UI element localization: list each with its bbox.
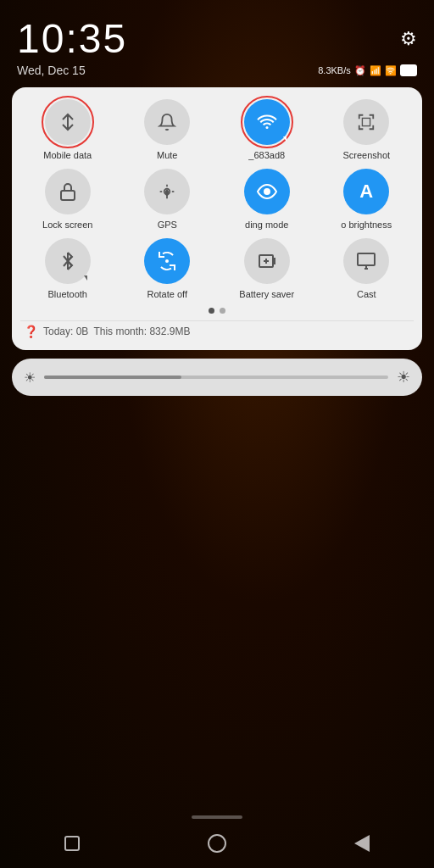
reading-mode-label: ding mode xyxy=(245,220,288,230)
mobile-data-circle[interactable] xyxy=(45,99,91,145)
wifi-status-icon: 🛜 xyxy=(385,65,397,76)
data-month: This month: 832.9MB xyxy=(93,326,190,337)
status-icons: 8.3KB/s ⏰ 📶 🛜 52 xyxy=(318,64,417,76)
cast-circle[interactable] xyxy=(343,238,389,284)
lock-screen-circle[interactable] xyxy=(45,169,91,214)
network-speed: 8.3KB/s xyxy=(318,65,351,75)
data-usage-bar: ❓ Today: 0B This month: 832.9MB xyxy=(20,320,414,338)
bottom-navigation xyxy=(0,824,434,868)
nav-handle xyxy=(192,815,242,819)
wifi-circle[interactable] xyxy=(244,99,290,145)
home-button[interactable] xyxy=(202,828,232,859)
qs-item-battery-saver[interactable]: Battery saver xyxy=(220,238,314,299)
battery-saver-circle[interactable] xyxy=(244,238,290,284)
qs-item-reading-mode[interactable]: ding mode xyxy=(220,169,314,230)
auto-brightness-circle[interactable]: A xyxy=(343,169,389,214)
time-display: 10:35 xyxy=(17,15,127,62)
svg-rect-13 xyxy=(358,253,375,265)
brightness-a-icon: A xyxy=(359,181,373,203)
recents-button[interactable] xyxy=(57,828,87,859)
brightness-fill xyxy=(44,376,181,379)
mobile-data-label: Mobile data xyxy=(43,150,92,160)
settings-icon[interactable]: ⚙ xyxy=(400,28,417,50)
alarm-icon: ⏰ xyxy=(354,65,366,76)
battery-level: 52 xyxy=(400,64,417,76)
bluetooth-label: Bluetooth xyxy=(48,289,87,299)
bluetooth-circle[interactable] xyxy=(45,238,91,284)
gps-circle[interactable] xyxy=(144,169,190,214)
qs-item-auto-brightness[interactable]: A o brightness xyxy=(320,169,415,230)
dot-1 xyxy=(209,308,214,314)
qs-item-gps[interactable]: GPS xyxy=(120,169,215,230)
screenshot-circle[interactable] xyxy=(343,99,389,145)
svg-point-9 xyxy=(166,260,168,262)
signal-icon: 📶 xyxy=(370,65,381,76)
svg-point-8 xyxy=(264,189,270,194)
back-icon xyxy=(354,835,370,852)
cast-label: Cast xyxy=(357,289,376,299)
battery-saver-label: Battery saver xyxy=(239,289,294,299)
qs-item-mute[interactable]: Mute xyxy=(120,99,215,160)
date-display: Wed, Dec 15 xyxy=(17,64,86,77)
qs-item-wifi[interactable]: _683ad8 xyxy=(220,99,314,160)
screenshot-label: Screenshot xyxy=(342,150,390,160)
data-today: Today: 0B xyxy=(43,326,88,337)
quick-settings-panel: Mobile data Mute xyxy=(12,87,422,350)
brightness-low-icon: ☀ xyxy=(24,370,36,386)
reading-mode-circle[interactable] xyxy=(244,169,290,214)
brightness-high-icon: ☀ xyxy=(397,368,410,387)
lock-screen-label: Lock screen xyxy=(42,220,92,230)
qs-item-lock-screen[interactable]: Lock screen xyxy=(20,169,115,230)
svg-rect-2 xyxy=(61,191,75,200)
mute-label: Mute xyxy=(157,150,177,160)
data-usage-icon: ❓ xyxy=(24,325,38,338)
rotate-off-circle[interactable] xyxy=(144,238,190,284)
dot-2 xyxy=(220,308,225,314)
page-indicators xyxy=(20,308,414,314)
quick-settings-grid: Mobile data Mute xyxy=(20,99,414,299)
svg-rect-1 xyxy=(363,118,370,125)
qs-item-bluetooth[interactable]: Bluetooth xyxy=(20,238,115,299)
qs-item-mobile-data[interactable]: Mobile data xyxy=(20,99,115,160)
qs-item-rotate-off[interactable]: Rotate off xyxy=(120,238,215,299)
back-button[interactable] xyxy=(347,828,377,859)
status-bar: 10:35 ⚙ Wed, Dec 15 8.3KB/s ⏰ 📶 🛜 52 xyxy=(0,0,434,81)
gps-label: GPS xyxy=(158,220,177,230)
mute-circle[interactable] xyxy=(144,99,190,145)
qs-item-cast[interactable]: Cast xyxy=(320,238,415,299)
qs-item-screenshot[interactable]: Screenshot xyxy=(320,99,415,160)
auto-brightness-label: o brightness xyxy=(341,220,392,230)
recents-icon xyxy=(64,836,80,851)
brightness-slider-container[interactable]: ☀ ☀ xyxy=(12,359,422,396)
wifi-label: _683ad8 xyxy=(248,150,285,160)
home-icon xyxy=(208,834,226,853)
brightness-track[interactable] xyxy=(44,376,388,379)
rotate-off-label: Rotate off xyxy=(147,289,188,299)
